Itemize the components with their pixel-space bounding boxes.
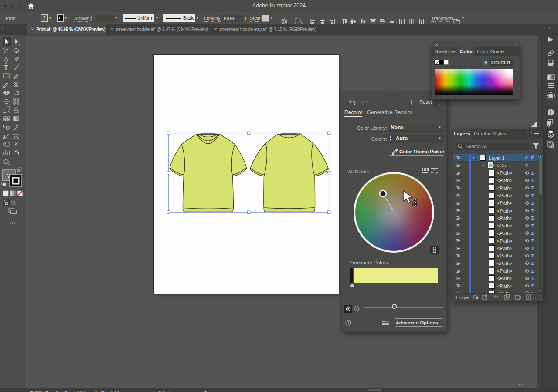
svg-text:T: T xyxy=(4,64,8,71)
